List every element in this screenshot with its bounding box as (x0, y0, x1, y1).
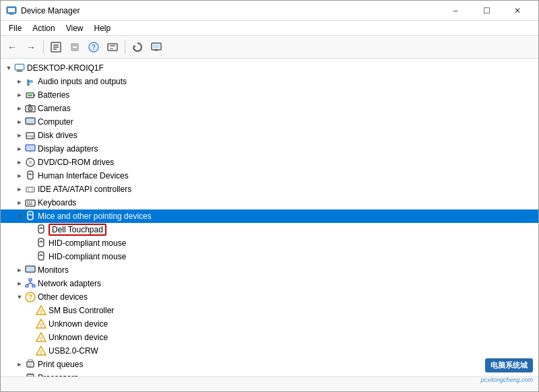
close-button[interactable]: ✕ (502, 1, 533, 21)
tree-item-batteries[interactable]: ► Batteries (1, 88, 538, 102)
toolbar: ← → ? (1, 36, 538, 59)
other-toggle[interactable]: ▼ (14, 292, 25, 302)
svg-text:!: ! (40, 322, 42, 329)
cameras-toggle[interactable]: ► (14, 103, 25, 114)
svg-rect-2 (9, 13, 13, 15)
svg-rect-36 (27, 125, 34, 125)
other-icon: ? (25, 292, 36, 302)
batteries-label: Batteries (38, 90, 69, 100)
help-button[interactable]: ? (85, 38, 102, 56)
svg-rect-55 (29, 201, 30, 203)
tree-item-dvd[interactable]: ► DVD/CD-ROM drives (1, 156, 538, 169)
back-button[interactable]: ← (3, 38, 21, 56)
tree-item-hid[interactable]: ► Human Interface Devices (1, 169, 538, 183)
tree-item-hid-mouse1[interactable]: ► HID-compliant mouse (1, 236, 538, 250)
hid-toggle[interactable]: ► (14, 170, 25, 181)
svg-point-39 (32, 137, 33, 139)
tree-item-sm-bus[interactable]: ► ! SM Bus Controller (1, 304, 538, 317)
hid-label: Human Interface Devices (38, 171, 129, 181)
tree-item-other[interactable]: ▼ ? Other devices (1, 290, 538, 304)
svg-marker-14 (133, 45, 136, 48)
svg-rect-11 (108, 44, 117, 51)
tree-item-network[interactable]: ► Network adapters (1, 277, 538, 290)
disk-label: Disk drives (38, 131, 77, 140)
ide-icon (25, 184, 36, 195)
batteries-toggle[interactable]: ► (14, 90, 25, 100)
disk-icon (25, 130, 36, 141)
menu-bar: File Action View Help (1, 21, 538, 36)
tree-item-disk[interactable]: ► Disk drives (1, 129, 538, 142)
device-tree[interactable]: ▼ DESKTOP-KROIQ1F ► (1, 59, 538, 377)
svg-rect-1 (8, 8, 15, 12)
svg-rect-13 (110, 48, 113, 49)
mice-icon (25, 211, 36, 222)
scan-button[interactable] (104, 38, 121, 56)
tree-item-print[interactable]: ► Print queues (1, 358, 538, 371)
keyboards-toggle[interactable]: ► (14, 197, 25, 208)
forward-button[interactable]: → (22, 38, 40, 56)
tree-item-audio[interactable]: ► Audio inputs and outputs (1, 75, 538, 88)
tree-item-usb-crw[interactable]: ► ! USB2.0-CRW (1, 344, 538, 358)
svg-rect-75 (26, 285, 28, 287)
network-icon (25, 278, 36, 289)
audio-toggle[interactable]: ► (14, 76, 25, 87)
minimize-button[interactable]: – (440, 1, 471, 21)
tree-item-computer[interactable]: ► Computer (1, 115, 538, 129)
computer-toggle[interactable]: ► (14, 117, 25, 127)
audio-label: Audio inputs and outputs (38, 77, 127, 86)
content-area: ▼ DESKTOP-KROIQ1F ► (1, 59, 538, 377)
window-controls: – ☐ ✕ (440, 1, 533, 21)
menu-file[interactable]: File (3, 22, 27, 34)
other-label: Other devices (38, 292, 88, 302)
hid-mouse2-label: HID-compliant mouse (49, 252, 126, 261)
tree-item-unknown1[interactable]: ► ! Unknown device (1, 317, 538, 331)
network-toggle[interactable]: ► (14, 278, 25, 289)
monitors-toggle[interactable]: ► (14, 265, 25, 275)
monitor-button[interactable] (148, 38, 165, 56)
tree-item-ide[interactable]: ► IDE ATA/ATAPI controllers (1, 183, 538, 196)
svg-rect-22 (16, 71, 23, 72)
tree-item-keyboards[interactable]: ► Keyboards (1, 196, 538, 209)
tree-item-monitors[interactable]: ► Monitors (1, 263, 538, 277)
svg-rect-16 (153, 44, 160, 48)
hid-icon (25, 170, 36, 181)
tree-item-processors[interactable]: ► Processors (1, 371, 538, 377)
disable-button[interactable] (66, 38, 84, 56)
tree-item-mice[interactable]: ▼ Mice and other pointing devices (1, 209, 538, 223)
audio-icon (25, 76, 36, 87)
tree-item-hid-mouse2[interactable]: ► HID-compliant mouse (1, 250, 538, 263)
svg-line-79 (30, 283, 34, 285)
computer-icon (14, 63, 25, 73)
dvd-icon (25, 157, 36, 168)
ide-toggle[interactable]: ► (14, 184, 25, 195)
svg-rect-92 (28, 364, 32, 365)
tree-item-dell-touchpad[interactable]: ► Dell Touchpad (1, 223, 538, 236)
properties-button[interactable] (47, 38, 65, 56)
print-toggle[interactable]: ► (14, 359, 25, 370)
menu-view[interactable]: View (61, 22, 89, 34)
svg-rect-53 (26, 200, 35, 206)
disk-toggle[interactable]: ► (14, 130, 25, 141)
monitors-label: Monitors (38, 265, 69, 275)
svg-rect-41 (26, 145, 34, 150)
menu-help[interactable]: Help (89, 22, 117, 34)
tree-item-unknown2[interactable]: ► ! Unknown device (1, 331, 538, 344)
maximize-button[interactable]: ☐ (471, 1, 502, 21)
svg-rect-20 (15, 65, 24, 69)
tree-item-display[interactable]: ► Display adapters (1, 142, 538, 156)
display-toggle[interactable]: ► (14, 143, 25, 154)
tree-item-cameras[interactable]: ► Cameras (1, 102, 538, 115)
mice-toggle[interactable]: ▼ (14, 211, 25, 222)
update-button[interactable] (129, 38, 146, 56)
root-toggle[interactable]: ▼ (3, 63, 14, 73)
display-icon (25, 143, 36, 154)
svg-rect-32 (28, 104, 31, 106)
display-label: Display adapters (38, 144, 98, 154)
menu-action[interactable]: Action (27, 22, 60, 34)
dvd-toggle[interactable]: ► (14, 157, 25, 168)
hid-mouse2-icon (36, 251, 46, 262)
tree-root[interactable]: ▼ DESKTOP-KROIQ1F (1, 61, 538, 75)
computer-category-icon (25, 117, 36, 127)
svg-rect-23 (27, 79, 30, 84)
svg-text:!: ! (40, 335, 42, 342)
